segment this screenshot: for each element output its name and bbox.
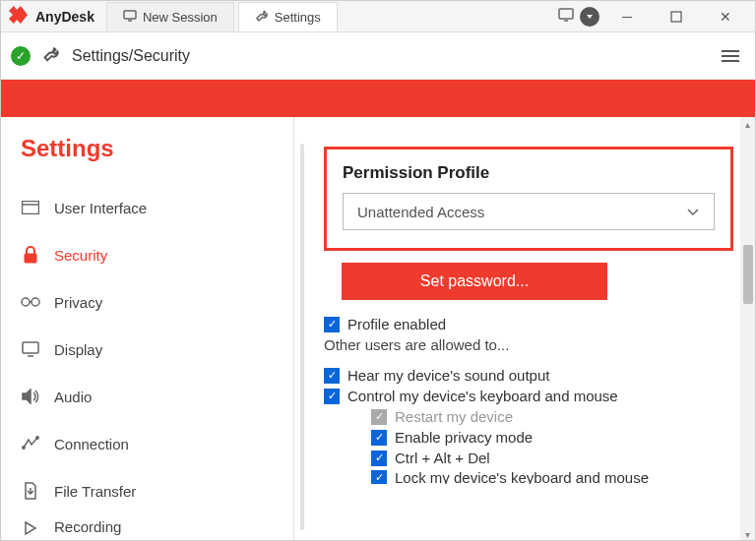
checkbox-enable-privacy-mode[interactable]: ✓ Enable privacy mode [371, 429, 733, 446]
checkbox-icon: ✓ [324, 389, 340, 404]
permission-profile-box: Permission Profile Unattended Access [324, 147, 733, 251]
sidebar-item-label: Connection [54, 436, 129, 452]
sidebar-item-display[interactable]: Display [21, 326, 293, 373]
scroll-down-icon[interactable]: ▾ [740, 529, 755, 540]
tab-label: Settings [275, 10, 321, 25]
sidebar-item-audio[interactable]: Audio [21, 373, 293, 420]
checkbox-icon: ✓ [324, 317, 340, 332]
maximize-button[interactable] [655, 2, 698, 31]
checkbox-icon: ✓ [371, 409, 387, 425]
svg-point-11 [22, 298, 30, 306]
app-name: AnyDesk [35, 9, 94, 25]
checkbox-label: Restart my device [395, 408, 513, 425]
permission-profile-title: Permission Profile [343, 163, 715, 183]
sidebar-item-label: Privacy [54, 294, 102, 311]
settings-sidebar: Settings User Interface Security Privacy… [1, 117, 294, 541]
checkbox-lock-keyboard-mouse[interactable]: ✓ Lock my device's keyboard and mouse [371, 470, 733, 484]
red-banner [1, 80, 755, 117]
file-transfer-icon [21, 481, 40, 501]
sidebar-heading: Settings [21, 135, 293, 162]
monitor-icon [123, 10, 137, 25]
svg-rect-8 [23, 202, 39, 214]
checkbox-ctrl-alt-del[interactable]: ✓ Ctrl + Alt + Del [371, 450, 733, 466]
chevron-down-icon [686, 204, 700, 220]
ui-icon [21, 198, 40, 217]
connection-icon [21, 434, 40, 453]
svg-rect-2 [124, 11, 136, 19]
down-circle-icon[interactable] [580, 7, 599, 27]
app-logo-wrap: AnyDesk [1, 6, 102, 28]
main-panel: Permission Profile Unattended Access Set… [294, 117, 755, 541]
privacy-icon [21, 292, 40, 312]
svg-marker-19 [26, 522, 35, 534]
sidebar-item-label: Display [54, 341, 102, 358]
sidebar-item-file-transfer[interactable]: File Transfer [21, 467, 293, 514]
sidebar-item-recording[interactable]: Recording [21, 514, 293, 541]
allowed-text: Other users are allowed to... [324, 336, 733, 353]
svg-point-17 [23, 447, 25, 449]
svg-point-12 [32, 298, 39, 306]
svg-rect-14 [23, 342, 38, 353]
svg-marker-6 [587, 15, 593, 19]
sidebar-item-label: Recording [54, 518, 121, 535]
scrollbar-thumb[interactable] [743, 245, 753, 304]
sidebar-item-connection[interactable]: Connection [21, 420, 293, 467]
sidebar-item-label: Audio [54, 389, 92, 405]
checkbox-label: Enable privacy mode [395, 429, 533, 446]
checkbox-icon: ✓ [371, 430, 387, 446]
svg-rect-7 [671, 12, 681, 22]
checkbox-restart-device: ✓ Restart my device [371, 408, 733, 425]
checkbox-icon: ✓ [371, 470, 387, 484]
audio-icon [21, 387, 40, 406]
anydesk-logo-icon [9, 6, 31, 28]
wrench-icon [42, 45, 60, 67]
display-icon [21, 339, 40, 359]
sidebar-item-privacy[interactable]: Privacy [21, 278, 293, 326]
sidebar-item-security[interactable]: Security [21, 231, 293, 278]
minimize-button[interactable]: ─ [605, 2, 649, 31]
menu-button[interactable] [716, 44, 745, 68]
vertical-scrollbar[interactable]: ▴ ▾ [740, 117, 755, 541]
recording-icon [21, 518, 40, 538]
breadcrumb: Settings/Security [72, 47, 190, 65]
tab-settings[interactable]: Settings [238, 2, 338, 31]
title-bar: AnyDesk New Session Settings ─ ✕ [1, 1, 755, 32]
checkbox-icon: ✓ [371, 451, 387, 466]
checkbox-hear-sound[interactable]: ✓ Hear my device's sound output [324, 367, 733, 384]
checkbox-icon: ✓ [324, 368, 340, 384]
svg-marker-16 [23, 390, 31, 403]
select-value: Unattended Access [357, 204, 484, 220]
permission-profile-select[interactable]: Unattended Access [343, 193, 715, 230]
checkbox-label: Hear my device's sound output [347, 367, 549, 384]
svg-point-18 [36, 437, 38, 439]
tab-label: New Session [143, 10, 218, 25]
sidebar-item-user-interface[interactable]: User Interface [21, 184, 293, 231]
status-ok-icon: ✓ [11, 46, 31, 66]
sidebar-item-label: User Interface [54, 200, 147, 216]
scroll-up-icon[interactable]: ▴ [740, 119, 755, 130]
sub-header: ✓ Settings/Security [1, 32, 755, 80]
checkbox-label: Lock my device's keyboard and mouse [395, 470, 649, 484]
close-button[interactable]: ✕ [704, 2, 747, 31]
checkbox-control-keyboard-mouse[interactable]: ✓ Control my device's keyboard and mouse [324, 388, 733, 404]
sidebar-item-label: File Transfer [54, 483, 136, 500]
lock-icon [21, 245, 40, 265]
tab-new-session[interactable]: New Session [106, 2, 234, 31]
checkbox-label: Profile enabled [347, 316, 446, 332]
checkbox-label: Ctrl + Alt + Del [395, 450, 490, 466]
svg-rect-4 [559, 9, 573, 19]
set-password-button[interactable]: Set password... [342, 263, 607, 300]
checkbox-profile-enabled[interactable]: ✓ Profile enabled [324, 316, 733, 332]
svg-rect-10 [25, 254, 36, 263]
wrench-icon [255, 9, 269, 26]
cast-icon[interactable] [558, 8, 574, 26]
checkbox-label: Control my device's keyboard and mouse [347, 388, 618, 404]
sidebar-item-label: Security [54, 247, 107, 264]
